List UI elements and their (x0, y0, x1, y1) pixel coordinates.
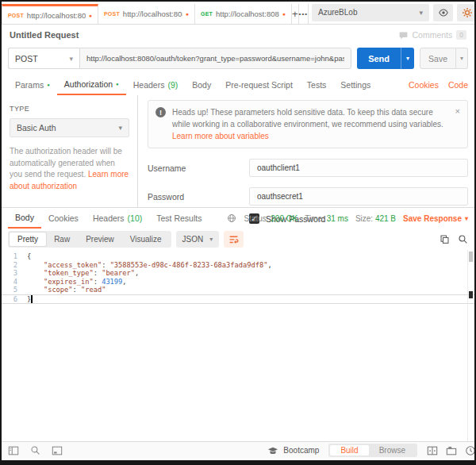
browse-segment[interactable]: Browse (369, 445, 416, 455)
headers-count: (9) (167, 80, 178, 90)
username-row: Username (148, 159, 468, 177)
editor-scrollbar[interactable] (467, 250, 474, 441)
time-value: 31 ms (327, 214, 348, 223)
username-label: Username (148, 163, 249, 173)
view-visualize[interactable]: Visualize (122, 232, 170, 246)
method-selector[interactable]: POST ▾ (8, 48, 79, 69)
tab-authorization[interactable]: Authorization● (57, 75, 126, 95)
response-meta: Status: 200 OK Time: 31 ms Size: 421 B S… (227, 208, 468, 229)
headers-count: (10) (128, 213, 143, 223)
response-body-editor[interactable]: 1{2 "access_token": "3588553e-d98c-486f-… (2, 250, 474, 441)
tab-label: Authorization (64, 79, 113, 89)
tab-options-button[interactable]: ••• (299, 4, 309, 24)
search-icon[interactable] (458, 234, 468, 244)
footer-icons (427, 445, 468, 456)
size-label: Size: (355, 214, 373, 223)
banner-text: Heads up! These parameters hold sensitiv… (172, 106, 449, 142)
line-number: 3 (2, 269, 27, 278)
url-input[interactable] (79, 48, 351, 69)
response-tab-test-results[interactable]: Test Results (149, 208, 209, 229)
chevron-down-icon: ▾ (419, 9, 423, 17)
help-clock-icon[interactable] (465, 445, 476, 456)
new-tab-button[interactable]: + (292, 4, 299, 24)
tab-label: Body (15, 213, 34, 222)
comment-bubble-icon (398, 30, 409, 40)
wrap-lines-button[interactable] (224, 231, 244, 248)
tab-tests[interactable]: Tests (300, 75, 334, 95)
tab-label: Headers (93, 213, 125, 223)
view-pretty[interactable]: Pretty (10, 232, 46, 246)
username-field[interactable] (249, 159, 468, 177)
code-line: 5 "scope": "read" (2, 286, 474, 294)
two-pane-icon[interactable] (427, 445, 438, 456)
password-field[interactable] (249, 187, 468, 206)
response-tab-cookies[interactable]: Cookies (41, 208, 86, 229)
tab-body[interactable]: Body (185, 75, 218, 95)
gear-icon (462, 7, 473, 18)
response-header: Body Cookies Headers(10) Test Results St… (2, 208, 474, 229)
status-label: Status: (244, 214, 268, 223)
request-tab-3[interactable]: GET http://localhost:8080/hello ● (195, 4, 292, 24)
request-tab-2[interactable]: POST http://localhost:8080/user ● (98, 4, 195, 24)
console-tray-icon[interactable] (446, 445, 457, 456)
url-row: POST ▾ Send ▾ Save ▾ (2, 45, 474, 75)
console-icon[interactable] (52, 445, 63, 456)
close-icon[interactable]: × (455, 106, 460, 116)
search-icon[interactable] (30, 445, 40, 455)
tab-label: Test Results (156, 213, 202, 223)
scrollbar-thumb[interactable] (469, 252, 473, 262)
green-dot-icon: ● (116, 82, 119, 86)
status-bar: Bootcamp Build Browse (2, 441, 474, 459)
code-link[interactable]: Code (448, 80, 468, 90)
authorization-panel: TYPE Basic Auth ▾ The authorization head… (2, 95, 474, 208)
environment-selector[interactable]: AzureBLob ▾ (312, 4, 429, 21)
tab-method-badge: POST (8, 13, 24, 18)
tab-params[interactable]: Params● (8, 75, 57, 95)
format-selector[interactable]: JSON ▾ (176, 231, 220, 248)
request-tab-1[interactable]: POST http://localhost:8080/oa... ● (2, 4, 98, 24)
method-value: POST (15, 54, 38, 63)
tab-pre-request-script[interactable]: Pre-request Script (218, 75, 300, 95)
response-tab-headers[interactable]: Headers(10) (86, 208, 149, 229)
tab-url: http://localhost:8080/user (123, 10, 182, 18)
unsaved-dot-icon: ● (186, 11, 189, 17)
environment-settings-button[interactable] (457, 4, 476, 21)
copy-icon[interactable] (440, 234, 450, 244)
view-raw[interactable]: Raw (46, 232, 78, 246)
tab-settings[interactable]: Settings (333, 75, 378, 95)
exclamation-icon: ! (155, 107, 166, 117)
response-tab-body[interactable]: Body (8, 208, 41, 229)
send-button[interactable]: Send (357, 48, 401, 69)
app-window: POST http://localhost:8080/oa... ● POST … (0, 0, 476, 465)
bootcamp-button[interactable]: Bootcamp (267, 445, 319, 456)
view-mode-group: Pretty Raw Preview Visualize (8, 231, 171, 248)
line-content: "access_token": "3588553e-d98c-486f-8233… (27, 261, 272, 270)
save-response-button[interactable]: Save Response ▾ (403, 214, 468, 223)
tab-headers[interactable]: Headers(9) (126, 75, 186, 95)
format-value: JSON (182, 235, 204, 244)
eye-icon (438, 7, 449, 18)
view-preview[interactable]: Preview (78, 232, 122, 246)
build-segment[interactable]: Build (330, 445, 368, 455)
chevron-down-icon: ▾ (118, 124, 122, 132)
tab-url: http://localhost:8080/hello (216, 10, 279, 18)
auth-type-selector[interactable]: Basic Auth ▾ (10, 118, 129, 137)
bootcamp-label: Bootcamp (283, 446, 319, 455)
auth-type-value: Basic Auth (17, 123, 56, 133)
auth-form-column: ! Heads up! These parameters hold sensit… (138, 95, 474, 207)
learn-more-variables-link[interactable]: Learn more about variables (172, 132, 269, 140)
line-number: 4 (2, 278, 27, 286)
sidebar-toggle-icon[interactable] (8, 445, 19, 456)
code-line: 4 "expires_in": 43199, (2, 278, 474, 286)
cookies-link[interactable]: Cookies (409, 80, 439, 90)
comments-button[interactable]: Comments 0 (398, 30, 467, 40)
save-button[interactable]: Save (420, 48, 456, 69)
time-label: Time: (305, 214, 324, 223)
environment-quick-look-button[interactable] (433, 4, 453, 21)
type-label: TYPE (10, 105, 129, 113)
send-options-caret[interactable]: ▾ (401, 48, 414, 69)
environment-name: AzureBLob (318, 8, 357, 17)
save-response-label: Save Response (403, 214, 462, 223)
save-options-caret[interactable]: ▾ (456, 48, 468, 69)
comments-label: Comments (413, 30, 453, 40)
